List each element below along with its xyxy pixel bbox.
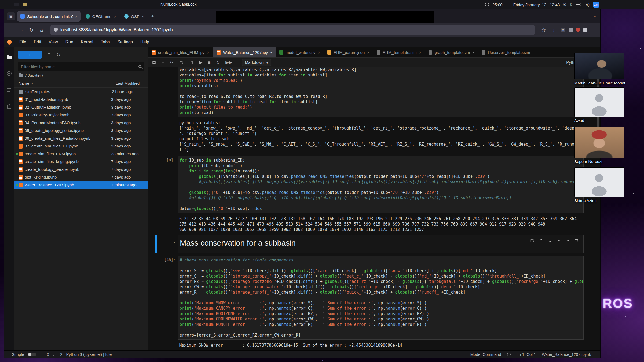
file-browser-tab-icon[interactable] — [6, 54, 12, 60]
simple-mode-toggle[interactable] — [28, 353, 36, 356]
kernels-icon[interactable] — [53, 353, 56, 356]
document-tab[interactable]: Reservoir_template.sim — [478, 47, 534, 57]
menu-item-help[interactable]: Help — [137, 37, 153, 47]
file-row[interactable]: 07_create_sim_files_ET.ipynb3 days ago — [14, 142, 148, 150]
breadcrumb[interactable]: / Jupyter / — [14, 71, 148, 79]
timer-value[interactable]: 25:00 — [492, 2, 503, 7]
running-kernels-tab-icon[interactable] — [6, 71, 12, 76]
home-folder-icon[interactable] — [19, 74, 23, 77]
cursor-position-label[interactable]: Ln 1, Col 1 — [517, 352, 536, 357]
kernel-status-label[interactable]: Python 3 (ipykernel) | Idle — [66, 352, 112, 357]
sort-asc-icon[interactable]: ▲ — [31, 82, 34, 85]
app-menu-icon[interactable]: ≡ — [590, 27, 597, 33]
url-bar[interactable]: localhost:8888/lab/tree/Jupyter/Water_Ba… — [50, 25, 535, 35]
extensions-puzzle-icon[interactable] — [569, 28, 573, 32]
zoom-tray-icon[interactable]: zm — [593, 2, 599, 8]
close-icon[interactable]: × — [207, 50, 209, 55]
browser-tab[interactable]: Schedule and zoom link G× — [17, 11, 81, 22]
notification-icon[interactable] — [507, 353, 511, 356]
extension-m-icon[interactable]: M — [561, 28, 565, 32]
back-button[interactable]: ← — [8, 27, 14, 33]
code-editor[interactable]: for ID_sub in subbasins_ID: print(ID_sub… — [178, 156, 584, 213]
notebook-scroll-area[interactable]: variables=[variables_S,variables_C,varia… — [148, 67, 600, 351]
file-row[interactable]: 03_Priestley-Taylor.ipynb3 days ago — [14, 111, 148, 119]
participant-tile[interactable] — [574, 167, 624, 197]
list-all-tabs-icon[interactable]: ⌄ — [593, 13, 597, 18]
close-icon[interactable]: × — [367, 50, 369, 55]
extensions-tab-icon[interactable] — [6, 104, 12, 110]
delete-cell-icon[interactable] — [573, 237, 580, 244]
menu-item-run[interactable]: Run — [62, 37, 77, 47]
volume-icon[interactable]: ◄) — [584, 2, 590, 7]
files-launcher-icon[interactable] — [23, 3, 27, 6]
tracking-shield-icon[interactable] — [54, 28, 58, 32]
insert-cell-below-icon[interactable] — [564, 237, 571, 244]
upload-icon[interactable]: ↥ — [47, 52, 51, 58]
participant-tile[interactable] — [574, 53, 624, 79]
code-editor[interactable]: variables=[variables_S,variables_C,varia… — [178, 67, 584, 117]
cut-cell-icon[interactable]: ✂ — [170, 60, 173, 65]
kernels-count[interactable]: 2 — [60, 352, 62, 357]
forward-button[interactable]: → — [18, 27, 25, 33]
paste-cell-icon[interactable] — [189, 60, 193, 65]
reload-button[interactable]: ↻ — [28, 27, 35, 33]
terminals-count[interactable]: 0 — [47, 352, 49, 357]
restart-kernel-icon[interactable]: ↻ — [216, 60, 220, 65]
copy-cell-icon[interactable] — [179, 60, 184, 65]
column-name[interactable]: Name — [19, 81, 29, 86]
move-cell-up-icon[interactable] — [538, 237, 545, 244]
document-tab[interactable]: ERM_template.sim× — [373, 47, 425, 57]
cell-type-dropdown[interactable]: Markdown ▾ — [242, 59, 271, 66]
markdown-cell[interactable]: ▾Mass conservation for a subbasin — [148, 235, 600, 253]
markdown-rendered[interactable]: Mass conservation for a subbasin — [178, 235, 584, 253]
table-of-contents-tab-icon[interactable] — [6, 87, 12, 93]
new-launcher-button[interactable]: + — [18, 51, 42, 59]
code-cell[interactable]: variables=[variables_S,variables_C,varia… — [148, 67, 600, 117]
close-icon[interactable]: × — [318, 50, 320, 55]
menu-item-file[interactable]: File — [16, 37, 30, 47]
column-last-modified[interactable]: Last Modified — [116, 81, 140, 86]
document-tab[interactable]: Water_Balance_1207.ipy● — [213, 47, 276, 57]
active-file-label[interactable]: Water_Balance_1207.ipynb — [542, 352, 591, 357]
file-row[interactable]: 06_create_sim_files_Radiation.ipynb3 day… — [14, 134, 148, 142]
file-row[interactable]: Water_Balance_1207.ipynb2 minutes ago — [14, 181, 148, 189]
ublock-icon[interactable] — [576, 28, 580, 32]
date-label[interactable]: Friday January, 12 — [513, 2, 546, 7]
save-icon[interactable] — [152, 60, 156, 65]
code-editor[interactable]: # check mass conservation for single com… — [178, 256, 584, 340]
file-row[interactable]: 02_OutputRadiation.ipynb3 days ago — [14, 103, 148, 111]
collapse-caret-icon[interactable]: ▾ — [173, 239, 175, 245]
menu-item-view[interactable]: View — [45, 37, 61, 47]
menu-item-tabs[interactable]: Tabs — [97, 37, 114, 47]
phone-icon[interactable]: ✆ — [563, 2, 566, 7]
file-row[interactable]: create_topology_parallel.ipynb7 days ago — [14, 165, 148, 173]
downloads-icon[interactable]: ↓ — [550, 27, 557, 33]
file-row[interactable]: 05_create_topology_series.ipynb3 days ag… — [14, 127, 148, 134]
file-row[interactable]: create_sim_files_ERM.ipynb28 minutes ago — [14, 150, 148, 158]
menu-item-kernel[interactable]: Kernel — [77, 37, 97, 47]
battery-icon[interactable] — [576, 3, 581, 6]
bookmark-star-icon[interactable]: ☆ — [540, 27, 547, 33]
breadcrumb-path[interactable]: / Jupyter / — [25, 73, 43, 77]
close-icon[interactable]: × — [472, 50, 475, 55]
code-cell[interactable]: [48]:# check mass conservation for singl… — [148, 256, 600, 340]
document-tab[interactable]: create_sim_files_ERM.ipy× — [148, 47, 213, 57]
file-row[interactable]: simTemplates2 hours ago — [14, 88, 148, 95]
time-label[interactable]: 12:43 — [550, 2, 560, 7]
file-row[interactable]: plot_Kriging.ipynb7 days ago — [14, 173, 148, 181]
menu-item-edit[interactable]: Edit — [30, 37, 45, 47]
url-text[interactable]: localhost:8888/lab/tree/Jupyter/Water_Ba… — [60, 28, 173, 32]
close-icon[interactable]: × — [114, 14, 116, 19]
file-row[interactable]: 01_InputRadiation.ipynb3 days ago — [14, 95, 148, 103]
close-icon[interactable]: × — [75, 14, 78, 19]
new-tab-button[interactable]: + — [149, 13, 156, 20]
code-cell[interactable]: [8]:for ID_sub in subbasins_ID: print(ID… — [148, 156, 600, 213]
run-cell-icon[interactable]: ▶ — [199, 60, 202, 65]
home-button[interactable]: ⌂ — [38, 27, 45, 33]
restart-run-all-icon[interactable]: ▶▶ — [225, 60, 232, 65]
file-row[interactable]: 04_PenmanMonteithFAO.ipynb3 days ago — [14, 119, 148, 127]
participant-tile[interactable] — [574, 87, 624, 117]
insert-cell-icon[interactable]: + — [162, 60, 164, 65]
document-tab[interactable]: model_writer.csv× — [276, 47, 324, 57]
close-icon[interactable]: × — [419, 50, 422, 55]
